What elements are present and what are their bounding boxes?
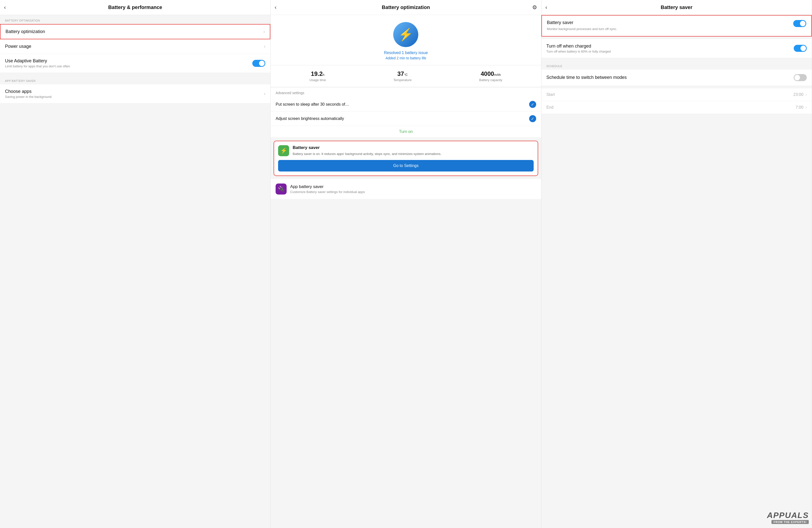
battery-saver-card: ⚡ Battery saver Battery saver is on. It … [274, 141, 538, 176]
bsc-content-row: ⚡ Battery saver Battery saver is on. It … [278, 145, 533, 156]
app-battery-saver-subtitle: Customize Battery saver settings for ind… [290, 190, 365, 194]
battery-stats-row: 19.2h Usage time 37°C Temperature 4000mA… [271, 65, 541, 87]
turn-on-link[interactable]: Turn on [271, 126, 541, 138]
chevron-icon-choose-apps: › [264, 91, 265, 96]
schedule-start-row[interactable]: Start 23:00 › [541, 88, 812, 101]
go-to-settings-button[interactable]: Go to Settings [278, 160, 533, 171]
panel2-title: Battery optimization [382, 4, 430, 10]
choose-apps-title: Choose apps [5, 89, 52, 94]
schedule-modes-toggle[interactable] [794, 74, 807, 81]
power-usage-item[interactable]: Power usage › [0, 39, 270, 54]
bsc-title: Battery saver [293, 145, 441, 150]
panel-battery-saver: ‹ Battery saver Battery saver Monitor ba… [541, 0, 812, 528]
panel2-scroll: ⚡ Resolved 1 battery issue Added 2 min t… [271, 15, 541, 528]
added-text: Added 2 min to battery life [386, 56, 426, 60]
panel-battery-performance: ‹ Battery & performance BATTERY OPTIMIZA… [0, 0, 271, 528]
brightness-check-item[interactable]: Adjust screen brightness automatically ✓ [271, 112, 541, 126]
schedule-start-value: 23:00 [794, 92, 803, 97]
brightness-check-text: Adjust screen brightness automatically [276, 116, 526, 121]
schedule-end-label: End [547, 105, 553, 110]
sleep-check-icon: ✓ [529, 101, 536, 108]
resolved-text: Resolved 1 battery issue [384, 51, 428, 55]
stat-usage-value: 19.2h [311, 70, 324, 77]
battery-saver-card-icon: ⚡ [278, 145, 289, 156]
brightness-check-icon: ✓ [529, 115, 536, 122]
battery-saver-item-sub: Monitor background processes and turn of… [547, 27, 790, 31]
panel-battery-optimization: ‹ Battery optimization ⚙ ⚡ Resolved 1 ba… [271, 0, 541, 528]
chevron-end: › [806, 105, 807, 110]
stat-usage-label: Usage time [309, 78, 326, 82]
gear-icon-panel2[interactable]: ⚙ [532, 4, 537, 11]
stat-temperature: 37°C Temperature [393, 70, 412, 82]
app-battery-saver-label: APP BATTERY SAVER [0, 75, 270, 84]
adaptive-battery-item: Use Adaptive Battery Limit battery for a… [0, 54, 270, 73]
stat-temp-label: Temperature [393, 78, 412, 82]
panel1-title: Battery & performance [108, 4, 162, 10]
battery-status-section: ⚡ Resolved 1 battery issue Added 2 min t… [271, 15, 541, 65]
stat-usage-time: 19.2h Usage time [309, 70, 326, 82]
turn-off-charged-title: Turn off when charged [547, 44, 791, 49]
chevron-start: › [806, 92, 807, 97]
battery-bolt-icon: ⚡ [280, 147, 287, 154]
schedule-end-row[interactable]: End 7:00 › [541, 101, 812, 114]
back-icon-panel3[interactable]: ‹ [546, 4, 547, 11]
stat-cap-label: Battery capacity [479, 78, 502, 82]
choose-apps-subtitle: Saving power in the background [5, 95, 52, 99]
schedule-modes-title: Schedule time to switch between modes [547, 75, 791, 80]
lightning-icon: ⚡ [398, 28, 413, 42]
battery-circle-icon: ⚡ [393, 22, 418, 47]
turn-off-charged-item: Turn off when charged Turn off when batt… [541, 39, 812, 58]
stat-battery-capacity: 4000mAh Battery capacity [479, 70, 502, 82]
panel3-header: ‹ Battery saver [541, 0, 812, 15]
spacer2 [541, 37, 812, 39]
schedule-modes-item: Schedule time to switch between modes [541, 70, 812, 86]
adaptive-battery-toggle[interactable] [252, 60, 265, 67]
power-usage-title: Power usage [5, 44, 31, 49]
schedule-label: SCHEDULE [541, 61, 812, 70]
appuals-watermark: APPUALS FROM THE EXPERTS! [767, 511, 809, 524]
stat-cap-value: 4000mAh [481, 70, 501, 77]
spacer1 [0, 73, 270, 75]
battery-optimization-title: Battery optimization [5, 29, 45, 34]
abb-text: App battery saver Customize Battery save… [290, 184, 365, 194]
panel1-header: ‹ Battery & performance [0, 0, 270, 15]
back-icon-panel1[interactable]: ‹ [4, 4, 6, 11]
app-battery-saver-icon: 🔌 [276, 184, 287, 195]
sleep-check-item[interactable]: Put screen to sleep after 30 seconds of…… [271, 97, 541, 112]
battery-saver-toggle-item: Battery saver Monitor background process… [541, 15, 812, 37]
battery-optimization-label: BATTERY OPTIMIZATION [0, 15, 270, 24]
battery-saver-row: Battery saver Monitor background process… [547, 20, 806, 31]
chevron-icon-power-usage: › [264, 44, 265, 49]
chevron-icon-battery-opt: › [263, 29, 265, 34]
schedule-start-label: Start [547, 92, 555, 97]
stat-temp-value: 37°C [397, 70, 407, 77]
battery-saver-toggle[interactable] [793, 20, 806, 27]
sleep-check-text: Put screen to sleep after 30 seconds of… [276, 102, 526, 106]
bsc-body: Battery saver is on. It reduces apps' ba… [293, 152, 441, 156]
turn-off-charged-subtitle: Turn off when battery is 60% or fully ch… [547, 49, 791, 53]
adaptive-battery-title: Use Adaptive Battery [5, 58, 249, 63]
back-icon-panel2[interactable]: ‹ [275, 4, 276, 11]
app-battery-saver-row[interactable]: 🔌 App battery saver Customize Battery sa… [271, 179, 541, 199]
panel3-title: Battery saver [661, 4, 692, 10]
advanced-settings-label: Advanced settings [271, 87, 541, 97]
battery-optimization-item[interactable]: Battery optimization › [0, 24, 270, 39]
choose-apps-item[interactable]: Choose apps Saving power in the backgrou… [0, 84, 270, 103]
spacer4 [541, 86, 812, 88]
battery-plug-icon: 🔌 [278, 186, 285, 192]
turn-off-charged-toggle[interactable] [794, 45, 807, 52]
adaptive-battery-subtitle: Limit battery for apps that you don't us… [5, 65, 249, 68]
app-battery-saver-title: App battery saver [290, 184, 365, 189]
panel2-header: ‹ Battery optimization ⚙ [271, 0, 541, 15]
schedule-end-value: 7:00 [796, 105, 803, 110]
battery-saver-item-title: Battery saver [547, 20, 790, 25]
bsc-text-block: Battery saver Battery saver is on. It re… [293, 145, 441, 156]
spacer3 [541, 58, 812, 61]
